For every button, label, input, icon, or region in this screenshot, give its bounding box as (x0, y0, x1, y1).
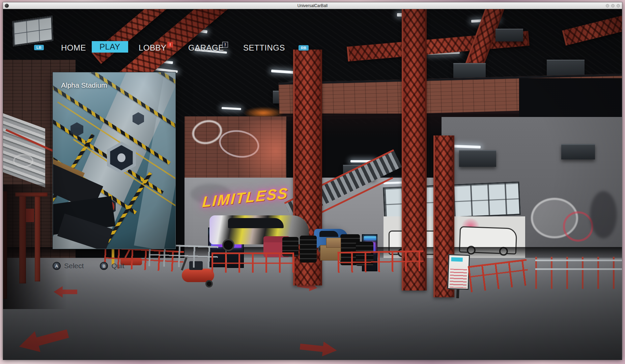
whiteboard-label (451, 257, 463, 262)
car-windows (228, 218, 284, 228)
game-viewport: LIMITLESS (3, 9, 622, 360)
desktop-background: UniversalCarBall (0, 0, 625, 364)
metal-fence (535, 257, 622, 289)
tire-stack (300, 236, 317, 263)
menu-item-garage[interactable]: GARAGE (188, 43, 224, 53)
menu-item-lobby[interactable]: LOBBY (139, 43, 167, 53)
window-title: UniversalCarBall (3, 3, 622, 8)
window-titlebar[interactable]: UniversalCarBall (3, 2, 622, 9)
whiteboard-scribbles (450, 269, 467, 288)
lb-bumper-badge: LB (34, 45, 44, 50)
car-wheel (222, 239, 234, 251)
game-window: UniversalCarBall (3, 2, 622, 360)
compressor-wheel (205, 280, 213, 287)
map-preview-panel: Alpha Stadium (53, 72, 176, 249)
menu-item-home[interactable]: HOME (61, 43, 86, 53)
rb-bumper-badge: RB (299, 45, 309, 51)
quit-prompt[interactable]: B Quit (100, 262, 124, 270)
close-button[interactable] (617, 4, 620, 7)
lobby-alert-badge: ! (167, 42, 173, 48)
whiteboard-stand (447, 254, 470, 299)
hvac-unit (561, 144, 595, 159)
hvac-unit (495, 29, 523, 41)
minimize-button[interactable] (606, 4, 609, 7)
menu-item-play[interactable]: PLAY (92, 41, 128, 53)
a-button-icon: A (53, 262, 61, 270)
map-haze-overlay (53, 72, 176, 249)
select-label: Select (64, 262, 84, 270)
map-title: Alpha Stadium (61, 81, 107, 89)
safety-railing (211, 252, 294, 273)
car-windows (319, 231, 338, 237)
arcade-marquee (364, 236, 376, 240)
controller-prompts: A Select B Quit (53, 262, 124, 270)
whiteboard (447, 254, 470, 290)
maximize-button[interactable] (611, 4, 615, 7)
quit-label: Quit (111, 262, 124, 270)
hvac-unit (453, 63, 486, 78)
window-controls[interactable] (606, 4, 620, 7)
menu-item-settings[interactable]: SETTINGS (243, 43, 285, 53)
select-prompt[interactable]: A Select (53, 262, 84, 270)
right-wall-shadow (590, 191, 617, 238)
safety-railing (337, 250, 424, 273)
cardboard-box (326, 238, 341, 248)
garage-alert-badge: ! (222, 42, 228, 48)
hvac-unit (459, 150, 496, 167)
red-lattice-column (402, 9, 427, 291)
wall-graffiti (13, 154, 33, 168)
whiteboard-leg (456, 290, 459, 298)
b-button-icon: B (100, 262, 108, 270)
right-wall-graffiti (563, 211, 593, 242)
